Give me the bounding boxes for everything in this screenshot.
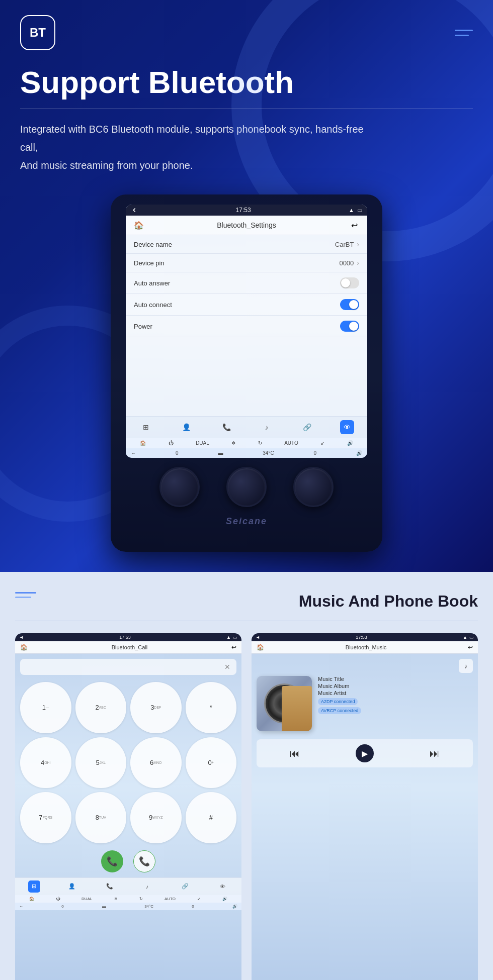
home-button[interactable]: 🏠	[133, 219, 145, 231]
car-unit-wrapper: 17:53 ▲ ▭ 🏠 Bluetooth_Settings ↩	[20, 194, 473, 552]
home-climate-icon[interactable]: 🏠	[140, 440, 146, 446]
center-knob[interactable]	[226, 467, 267, 507]
section-hamburger[interactable]	[15, 592, 36, 598]
call-nav-person[interactable]: 👤	[66, 880, 78, 893]
music-signal-icon: ▲	[463, 635, 467, 640]
dial-input[interactable]: ✕	[20, 659, 236, 675]
hamburger-line-1	[455, 30, 473, 31]
bottom-section: Music And Phone Book ◄ 17:53 ▲ ▭ �	[0, 572, 493, 980]
dial-5[interactable]: 5JKL	[75, 737, 127, 789]
nav-music-icon[interactable]: ♪	[260, 420, 274, 434]
call-screen: ◄ 17:53 ▲ ▭ 🏠 Bluetooth_Call ↩ ✕	[15, 633, 241, 980]
section-divider	[15, 621, 478, 621]
dial-1[interactable]: 1—	[20, 682, 71, 733]
end-call-button[interactable]: 📞	[133, 850, 155, 872]
screens-row: ◄ 17:53 ▲ ▭ 🏠 Bluetooth_Call ↩ ✕	[15, 633, 478, 980]
status-icons: ▲ ▭	[349, 207, 362, 214]
vol-ctrl: 🔊	[356, 450, 362, 456]
dial-hash[interactable]: #	[186, 792, 237, 843]
nav-person-icon[interactable]: 👤	[179, 420, 193, 434]
call-nav-link[interactable]: 🔗	[179, 880, 191, 893]
avrcp-badge: AVRCP connected	[318, 707, 361, 714]
nav-eye-icon[interactable]: 👁	[340, 420, 354, 434]
dial-2[interactable]: 2ABC	[75, 682, 127, 733]
auto-answer-label: Auto answer	[134, 279, 170, 287]
settings-row-auto-connect: Auto connect	[126, 294, 367, 316]
climate-bar: 🏠 ⏻ DUAL ❄ ↻ AUTO ↙ 🔊	[126, 438, 367, 448]
section-ham-line-1	[15, 592, 36, 594]
music-album: Music Album	[318, 683, 473, 689]
power-toggle[interactable]	[340, 321, 359, 332]
dial-grid: 1— 2ABC 3DEF * 4GHI 5JKL 6MNO 0+ 7PQRS 8…	[15, 680, 241, 845]
nav-phone-icon[interactable]: 📞	[219, 420, 233, 434]
clear-input-icon[interactable]: ✕	[224, 663, 230, 671]
music-status-icons: ▲ ▭	[463, 635, 474, 640]
device-pin-value: 0000 ›	[339, 259, 359, 267]
call-home-btn[interactable]: 🏠	[20, 644, 28, 651]
call-nav-music[interactable]: ♪	[141, 880, 153, 893]
dial-0[interactable]: 0+	[186, 737, 237, 789]
music-screen-card: ◄ 17:53 ▲ ▭ 🏠 Bluetooth_Music ↩ ♪	[252, 633, 478, 980]
call-nav-phone[interactable]: 📞	[104, 880, 116, 893]
settings-row-device-name[interactable]: Device name CarBT ›	[126, 235, 367, 254]
dial-3[interactable]: 3DEF	[130, 682, 182, 733]
hero-section: BT Support Bluetooth Integrated with BC6…	[0, 0, 493, 572]
auto-connect-toggle[interactable]	[340, 299, 359, 310]
right-knob[interactable]	[293, 467, 334, 507]
auto-label: AUTO	[284, 440, 298, 446]
back-ctrl-icon[interactable]: ←	[131, 450, 136, 456]
power-climate-icon[interactable]: ⏻	[169, 440, 174, 446]
back-button[interactable]: ↩	[348, 219, 360, 231]
dial-7[interactable]: 7PQRS	[20, 792, 71, 843]
dial-9[interactable]: 9WXYZ	[130, 792, 182, 843]
next-track-icon[interactable]: ⏭	[430, 748, 440, 759]
dual-label: DUAL	[196, 440, 209, 446]
left-knob[interactable]	[159, 467, 200, 507]
device-name-value: CarBT ›	[335, 240, 359, 248]
status-bar-left	[131, 207, 138, 214]
answer-call-button[interactable]: 📞	[101, 850, 123, 872]
hero-description: Integrated with BC6 Bluetooth module, su…	[20, 120, 372, 174]
call-screen-card: ◄ 17:53 ▲ ▭ 🏠 Bluetooth_Call ↩ ✕	[15, 633, 241, 980]
album-art	[257, 676, 312, 731]
prev-track-icon[interactable]: ⏮	[290, 748, 300, 759]
call-bottom-ctrl: ← 0 ▬ 34°C 0 🔊	[15, 903, 241, 910]
music-home-btn[interactable]: 🏠	[257, 644, 264, 651]
music-note-button[interactable]: ♪	[459, 659, 473, 673]
nav-link-icon[interactable]: 🔗	[300, 420, 314, 434]
dial-6[interactable]: 6MNO	[130, 737, 182, 789]
hero-title: Support Bluetooth	[20, 65, 473, 100]
dial-8[interactable]: 8TUV	[75, 792, 127, 843]
bt-settings-title: Bluetooth_Settings	[145, 221, 348, 229]
dial-star[interactable]: *	[186, 682, 237, 733]
call-nav-grid[interactable]: ⊞	[28, 880, 40, 893]
section-title: Music And Phone Book	[299, 592, 478, 611]
music-status-bar: ◄ 17:53 ▲ ▭	[252, 633, 478, 641]
screen-inner: 17:53 ▲ ▭ 🏠 Bluetooth_Settings ↩	[126, 205, 367, 458]
zero-1: 0	[176, 450, 179, 456]
fan-icon: ❄	[231, 440, 235, 446]
status-time: 17:53	[236, 207, 251, 214]
call-back-btn[interactable]: ↩	[231, 644, 236, 651]
settings-row-auto-answer: Auto answer	[126, 272, 367, 294]
music-info-row: Music Title Music Album Music Artist A2D…	[257, 676, 473, 731]
bottom-controls: ← 0 ▬ 34°C 0 🔊	[126, 448, 367, 458]
chevron-icon-2: ›	[357, 259, 359, 267]
settings-row-power: Power	[126, 316, 367, 337]
music-back-btn[interactable]: ↩	[468, 644, 473, 651]
nav-grid-icon[interactable]: ⊞	[139, 420, 153, 434]
call-back-icon: ◄	[19, 635, 24, 640]
menu-button[interactable]	[455, 30, 473, 36]
section-ham-line-2	[15, 597, 31, 598]
call-nav-eye[interactable]: 👁	[217, 880, 229, 893]
hero-header: BT	[20, 15, 473, 50]
settings-row-device-pin[interactable]: Device pin 0000 ›	[126, 254, 367, 272]
music-back-icon: ◄	[256, 635, 260, 640]
play-button[interactable]: ▶	[356, 744, 374, 762]
slider-1[interactable]: ▬	[218, 450, 223, 456]
dial-4[interactable]: 4GHI	[20, 737, 71, 789]
call-signal-icon: ▲	[226, 635, 231, 640]
auto-answer-toggle[interactable]	[340, 277, 359, 288]
call-screen-title: Bluetooth_Call	[28, 644, 231, 650]
call-bottom-nav: ⊞ 👤 📞 ♪ 🔗 👁	[15, 877, 241, 895]
